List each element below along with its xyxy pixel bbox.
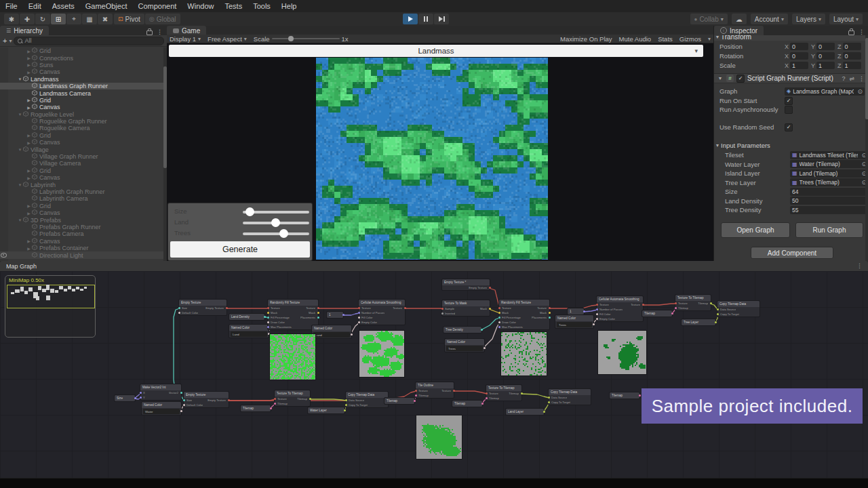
hierarchy-item-directional-light[interactable]: Directional Light [0,251,167,258]
port-in[interactable] [358,317,360,319]
hierarchy-item-landmass-camera[interactable]: Landmass Camera [0,89,167,96]
port-out[interactable] [642,304,644,306]
port-in[interactable] [498,307,500,309]
object-picker-icon[interactable]: ⊙ [857,88,863,95]
rotate-tool-button[interactable]: ↻ [35,14,50,24]
port-in[interactable] [358,321,360,323]
axis-field[interactable]: 0 [843,43,861,50]
port-in[interactable] [441,308,443,310]
param-value-field[interactable]: 50 [790,197,868,205]
hierarchy-item-canvas[interactable]: ▶Canvas [0,68,167,75]
hierarchy-item-labyrinth-camera[interactable]: Labyrinth Camera [0,195,167,202]
fold-right-icon[interactable]: ▶ [26,239,32,243]
port-out[interactable] [351,333,353,336]
port-in[interactable] [675,307,677,309]
graph-node-tilemap[interactable]: Tilemap [452,400,483,407]
hierarchy-item-roguelike-camera[interactable]: Roguelike Camera [0,125,167,131]
port-in[interactable] [267,312,269,314]
port-out[interactable] [317,307,319,309]
maximize-on-play-button[interactable]: Maximize On Play [560,35,612,43]
graph-node-named-color[interactable]: Named ColorLand [229,324,269,338]
layers-dropdown[interactable]: Layers▾ [792,14,825,24]
mute-audio-button[interactable]: Mute Audio [619,35,652,43]
scale-tool-button[interactable]: ⌖ [66,14,81,24]
fold-right-icon[interactable]: ▶ [26,140,32,145]
axis-field[interactable]: 0 [816,52,835,60]
port-in[interactable] [596,308,598,310]
port-out[interactable] [521,392,523,394]
graph-node-tree-layer[interactable]: Tree Layer [681,319,716,326]
port-in[interactable] [274,403,276,405]
axis-field[interactable]: 1 [843,62,861,69]
graph-menu-icon[interactable]: ⋮ [856,262,863,269]
scene-select-dropdown[interactable]: Landmass ▾ [169,45,703,57]
hierarchy-item-canvas[interactable]: ▶Canvas [0,174,167,181]
run-asynchronously-checkbox[interactable] [785,106,793,114]
fold-right-icon[interactable]: ▶ [26,56,32,60]
graph-node-tilemap[interactable]: Tilemap [642,310,673,317]
port-in[interactable] [548,396,550,399]
hierarchy-item-grid[interactable]: ▶Grid [0,132,167,139]
fold-down-icon[interactable]: ▼ [17,113,23,117]
param-object-field[interactable]: ▦Landmass Tileset (Tileset)⊙ [790,151,868,159]
hierarchy-item-connections[interactable]: ▶Connections [0,54,167,61]
port-in[interactable] [498,312,500,314]
slider-knob[interactable] [245,207,254,216]
graph-node-tilemap[interactable]: Tilemap [240,405,271,412]
hierarchy-item-roguelike-level[interactable]: ▼Roguelike Level [0,111,167,118]
hierarchy-search-input[interactable]: All [14,37,164,45]
menu-file[interactable]: File [0,0,23,12]
port-out[interactable] [453,390,455,392]
slider-trees[interactable] [243,232,309,235]
fold-right-icon[interactable]: ▶ [26,176,32,180]
hierarchy-item-landmass-graph-runner[interactable]: Landmass Graph Runner [0,83,167,89]
hierarchy-item-grid[interactable]: ▶Grid [0,203,167,209]
hierarchy-item-canvas[interactable]: ▶Canvas [0,139,167,146]
graph-canvas[interactable]: Empty TextureSizeEmpty TextureDefault Co… [0,271,868,478]
port-in[interactable] [498,317,500,319]
cloud-button[interactable]: ☁ [732,14,747,24]
hierarchy-item-canvas[interactable]: ▶Canvas [0,104,167,110]
fold-right-icon[interactable]: ▶ [26,246,32,251]
display-dropdown[interactable]: Display 1▾ [170,35,201,43]
port-in[interactable] [498,326,500,328]
port-out[interactable] [549,312,551,314]
port-in[interactable] [183,399,185,401]
menu-edit[interactable]: Edit [23,0,47,12]
open-graph-button[interactable]: Open Graph [721,222,790,238]
hierarchy-item-canvas[interactable]: ▶Canvas [0,209,167,216]
port-out[interactable] [270,407,272,409]
menu-assets[interactable]: Assets [47,0,80,12]
port-in[interactable] [345,399,347,401]
port-out[interactable] [549,307,551,309]
axis-field[interactable]: 0 [790,52,808,60]
graph-node-randomly-fill-texture[interactable]: Randomly Fill TextureTextureTextureMaskM… [498,299,550,330]
hierarchy-item-grid[interactable]: ▶Grid [0,47,167,54]
menu-tests[interactable]: Tests [219,0,248,12]
slider-knob[interactable] [279,229,288,238]
port-out[interactable] [228,399,230,401]
graph-node-make-vector2-int[interactable]: Make Vector2 IntXVector2Y [140,384,182,401]
collab-dropdown[interactable]: ●Collab▾ [690,14,728,24]
fold-right-icon[interactable]: ▶ [26,49,32,54]
port-in[interactable] [267,307,269,309]
port-in[interactable] [267,317,269,319]
component-menu-icon[interactable]: ⋮ [859,75,865,82]
fold-down-icon[interactable]: ▼ [17,218,23,222]
port-in[interactable] [596,304,598,306]
graph-node-empty-texture[interactable]: Empty TextureSizeEmpty TextureDefault Co… [178,299,227,316]
graph-node-texture-to-mask[interactable]: Texture To MaskSampleMaskInverted [441,300,490,317]
hierarchy-item-prefabs-graph-runner[interactable]: Prefabs Graph Runner [0,224,167,230]
port-in[interactable] [140,392,142,394]
graph-node-cellular-automata-smoothing[interactable]: Cellular Automata SmoothingTextureTextur… [596,296,644,322]
port-in[interactable] [498,321,500,323]
port-out[interactable] [639,394,641,396]
port-out[interactable] [134,397,136,399]
help-icon[interactable]: ? [842,75,845,82]
port-in[interactable] [596,313,598,315]
graph-object-field[interactable]: ◈Landmass Graph (MapGraph)⊙ [785,87,865,96]
port-out[interactable] [481,403,484,405]
component-fold-icon[interactable]: ▼ [717,76,724,81]
port-out[interactable] [180,392,182,394]
fold-right-icon[interactable]: ▶ [26,168,32,173]
